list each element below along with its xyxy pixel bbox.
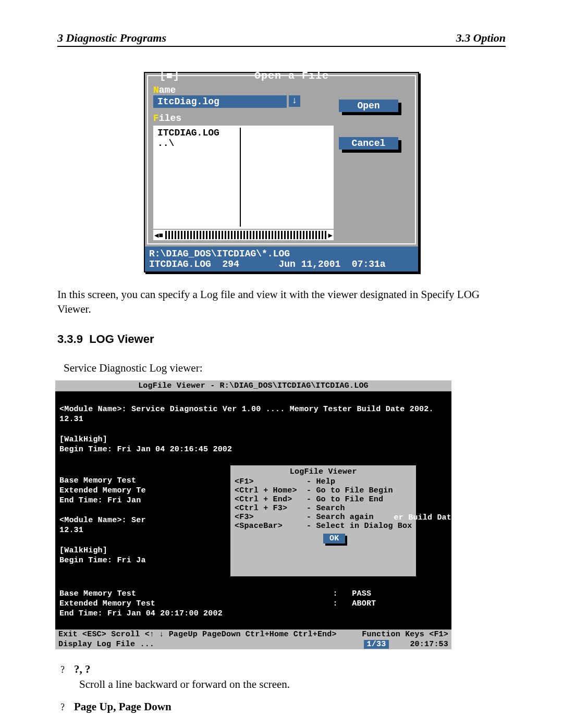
- log-line: Base Memory Test: [59, 476, 136, 485]
- log-status-time: 20:17:53: [410, 640, 448, 649]
- key-desc-arrows: Scroll a line backward or forward on the…: [79, 678, 506, 691]
- log-line: [WalkHigh]: [59, 546, 107, 555]
- scroll-right-icon[interactable]: ▶: [328, 231, 333, 240]
- name-input[interactable]: ItcDiag.log: [153, 95, 287, 108]
- header-right: 3.3 Option: [456, 31, 506, 45]
- help-overlay-title: LogFile Viewer: [235, 467, 412, 477]
- log-status-fnkeys: Function Keys <F1>: [362, 630, 448, 639]
- log-line: End Time: Fri Jan 04 20:17:00 2002: [59, 609, 223, 618]
- log-line: Extended Memory Te: [59, 486, 146, 495]
- name-dropdown-button[interactable]: ↓: [289, 95, 300, 107]
- log-line: Begin Time: Fri Jan 04 20:16:45 2002: [59, 445, 232, 454]
- log-line: 12.31: [59, 526, 83, 535]
- key-bullet: ?: [57, 702, 65, 713]
- key-heading-arrows: ?, ?: [74, 663, 91, 676]
- log-status-hints: Exit <ESC> Scroll <↑ ↓ PageUp PageDown C…: [58, 630, 337, 639]
- log-line: 12.31: [59, 415, 83, 424]
- log-line: Extended Memory Test : ABORT: [59, 599, 376, 608]
- log-result-skip: : SKIP: [456, 484, 485, 493]
- file-item[interactable]: ITCDIAG.LOG: [157, 128, 236, 138]
- log-status-mode: Display Log File ...: [58, 640, 154, 649]
- status-filestat: ITCDIAG.LOG 294 Jun 11,2001 07:31a: [149, 259, 414, 269]
- key-heading-pageupdown: Page Up, Page Down: [74, 700, 172, 713]
- help-ok-button[interactable]: OK: [323, 534, 345, 544]
- section-title: LOG Viewer: [89, 332, 154, 346]
- dialog-title: [■]────────── Open a File ──────────: [148, 70, 415, 82]
- log-line: Base Memory Test : PASS: [59, 589, 371, 598]
- file-item[interactable]: ..\: [157, 138, 236, 149]
- file-preview-pane: [240, 128, 329, 227]
- scroll-left-icon[interactable]: ◀■: [154, 231, 163, 240]
- para-log-viewer: Service Diagnostic Log viewer:: [64, 361, 506, 375]
- section-number: 3.3.9: [57, 332, 83, 346]
- files-hscrollbar[interactable]: ◀■ ▶: [153, 230, 334, 240]
- files-listbox[interactable]: ITCDIAG.LOG ..\: [153, 126, 334, 229]
- log-build-fragment: er Build Date 2002.: [394, 513, 485, 522]
- status-path: R:\DIAG_DOS\ITCDIAG\*.LOG: [149, 249, 414, 259]
- cancel-button[interactable]: Cancel: [339, 137, 398, 150]
- log-viewer-window: LogFile Viewer - R:\DIAG_DOS\ITCDIAG\ITC…: [55, 380, 451, 649]
- name-label: Name: [153, 85, 334, 95]
- log-line: <Module Name>: Ser: [59, 516, 146, 525]
- log-line: <Module Name>: Service Diagnostic Ver 1.…: [59, 405, 434, 414]
- files-label: Files: [153, 113, 334, 124]
- open-file-dialog: [■]────────── Open a File ────────── Nam…: [144, 72, 419, 273]
- log-line: Begin Time: Fri Ja: [59, 556, 146, 565]
- log-viewer-titlebar: LogFile Viewer - R:\DIAG_DOS\ITCDIAG\ITC…: [55, 380, 451, 391]
- log-status-position: 1/33: [364, 640, 389, 649]
- header-left: 3 Diagnostic Programs: [57, 31, 166, 45]
- log-line: [WalkHigh]: [59, 435, 107, 444]
- log-line: End Time: Fri Jan: [59, 496, 141, 505]
- help-overlay: LogFile Viewer <F1>- Help <Ctrl + Home>-…: [230, 465, 416, 576]
- para-open-file: In this screen, you can specify a Log fi…: [57, 287, 506, 317]
- key-bullet: ?: [57, 664, 65, 675]
- log-result-pass: : PASS: [456, 475, 485, 484]
- open-button[interactable]: Open: [339, 100, 398, 112]
- dialog-close-glyph[interactable]: [■]: [160, 70, 180, 82]
